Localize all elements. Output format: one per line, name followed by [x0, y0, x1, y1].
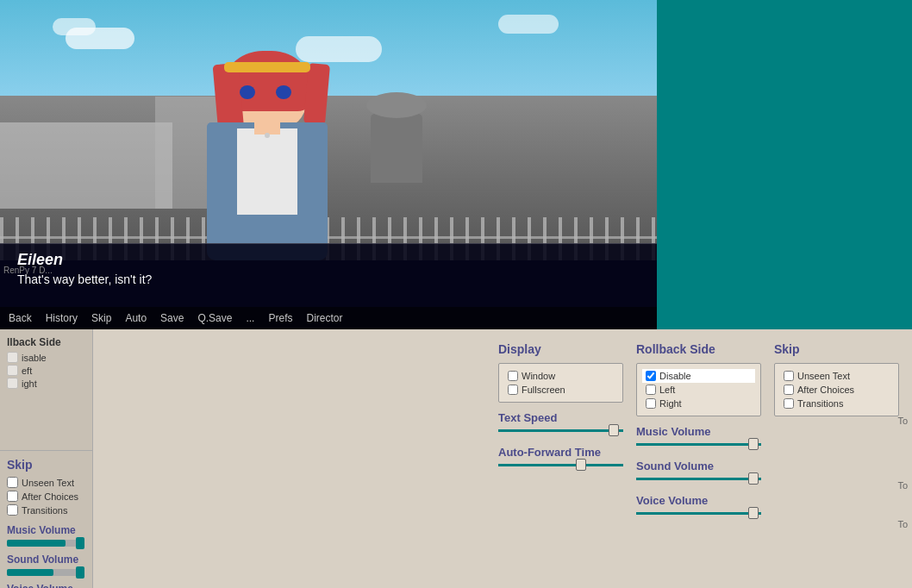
game-viewport: Eileen That's way better, isn't it? Back… [0, 0, 657, 329]
music-volume-slider[interactable] [636, 443, 761, 446]
to-hint: To [897, 416, 908, 426]
skip-unseen-left[interactable]: Unseen Text [7, 477, 85, 488]
rollback-left[interactable]: Left [642, 383, 755, 397]
sound-vol-slider-left[interactable] [7, 569, 84, 576]
skip-after-left[interactable]: After Choices [7, 491, 85, 502]
auto-forward-label: Auto-Forward Time [498, 446, 623, 459]
prefs-button[interactable]: Prefs [268, 312, 292, 324]
to-hint3: To [897, 519, 908, 529]
speaker-name: Eileen [17, 251, 640, 269]
skip-title: Skip [774, 342, 899, 356]
rollback-left-left: eft [7, 365, 85, 376]
rollback-disable[interactable]: Disable [642, 369, 755, 383]
auto-forward-slider[interactable] [498, 464, 623, 466]
voice-volume-label: Voice Volume [636, 494, 761, 507]
director-button[interactable]: Director [306, 312, 342, 324]
history-button[interactable]: History [46, 312, 78, 324]
skip-transitions[interactable]: Transitions [780, 397, 893, 410]
rollback-options: Disable Left Right [636, 363, 761, 416]
skip-after-choices[interactable]: After Choices [780, 383, 893, 397]
toolbar: Back History Skip Auto Save Q.Save ... P… [0, 307, 657, 329]
rollback-disable-left: isable [7, 352, 85, 363]
skip-left-title: Skip [7, 458, 85, 472]
version-label: RenPy 7 D... [0, 264, 56, 277]
text-speed-slider[interactable] [498, 429, 623, 432]
skip-options: Unseen Text After Choices Transitions [774, 363, 899, 416]
save-button[interactable]: Save [160, 312, 184, 324]
display-fullscreen[interactable]: Fullscreen [504, 383, 617, 397]
qsave-button[interactable]: Q.Save [197, 312, 232, 324]
skip-button[interactable]: Skip [91, 312, 111, 324]
music-vol-left-label: Music Volume [7, 524, 85, 536]
display-window[interactable]: Window [504, 369, 617, 383]
display-options: Window Fullscreen [498, 363, 623, 403]
skip-unseen[interactable]: Unseen Text [780, 369, 893, 383]
sound-vol-left-label: Sound Volume [7, 554, 85, 566]
dialog-text: That's way better, isn't it? [17, 272, 640, 286]
text-speed-label: Text Speed [498, 411, 623, 424]
to-hint2: To [897, 480, 908, 491]
rollback-right-left: ight [7, 378, 85, 389]
qload-button[interactable]: ... [246, 312, 254, 324]
rollback-side-left-title: llback Side [7, 336, 85, 348]
skip-transitions-left[interactable]: Transitions [7, 504, 85, 516]
rollback-side-title: Rollback Side [636, 342, 761, 356]
auto-button[interactable]: Auto [125, 312, 147, 324]
sound-volume-label: Sound Volume [636, 460, 761, 472]
music-vol-slider-left[interactable] [7, 540, 84, 547]
voice-vol-left-label: Voice Volume [7, 583, 85, 588]
sound-volume-slider[interactable] [636, 478, 761, 480]
right-area [657, 0, 912, 329]
display-title: Display [498, 342, 623, 356]
music-volume-label: Music Volume [636, 425, 761, 438]
voice-volume-slider[interactable] [636, 512, 761, 515]
rollback-right[interactable]: Right [642, 397, 755, 410]
back-button[interactable]: Back [9, 312, 32, 324]
